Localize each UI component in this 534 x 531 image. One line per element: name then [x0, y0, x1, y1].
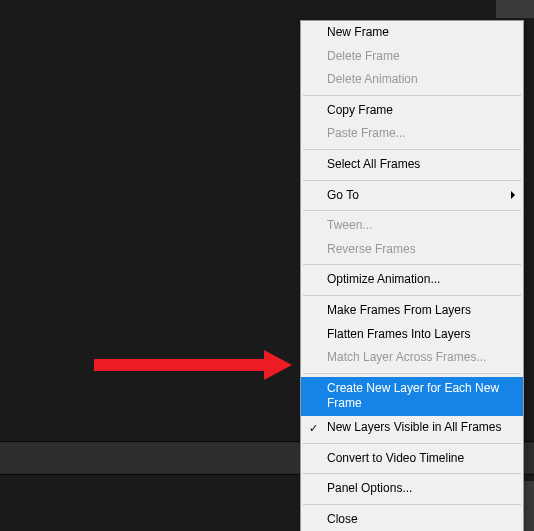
right-sidebar — [496, 0, 534, 18]
chevron-right-icon — [511, 191, 515, 199]
menu-item-new-frame[interactable]: New Frame — [301, 21, 523, 45]
menu-item-select-all-frames[interactable]: Select All Frames — [301, 153, 523, 177]
menu-separator — [303, 180, 521, 181]
menu-item-delete-animation: Delete Animation — [301, 68, 523, 92]
menu-item-convert-to-video-timeline[interactable]: Convert to Video Timeline — [301, 447, 523, 471]
menu-item-go-to[interactable]: Go To — [301, 184, 523, 208]
menu-item-flatten-frames-into-layers[interactable]: Flatten Frames Into Layers — [301, 323, 523, 347]
timeline-context-menu: New FrameDelete FrameDelete AnimationCop… — [300, 20, 524, 531]
menu-item-create-new-layer-for-each-new-frame[interactable]: Create New Layer for Each New Frame — [301, 377, 523, 416]
menu-item-panel-options[interactable]: Panel Options... — [301, 477, 523, 501]
menu-separator — [303, 95, 521, 96]
menu-separator — [303, 210, 521, 211]
menu-separator — [303, 149, 521, 150]
menu-item-delete-frame: Delete Frame — [301, 45, 523, 69]
workspace: New FrameDelete FrameDelete AnimationCop… — [0, 0, 534, 531]
menu-item-close[interactable]: Close — [301, 508, 523, 531]
checkmark-icon: ✓ — [309, 421, 318, 435]
menu-item-tween: Tween... — [301, 214, 523, 238]
menu-separator — [303, 443, 521, 444]
menu-separator — [303, 295, 521, 296]
menu-item-copy-frame[interactable]: Copy Frame — [301, 99, 523, 123]
menu-separator — [303, 473, 521, 474]
menu-item-paste-frame: Paste Frame... — [301, 122, 523, 146]
annotation-arrow — [94, 350, 294, 380]
menu-item-new-layers-visible-in-all-frames[interactable]: ✓New Layers Visible in All Frames — [301, 416, 523, 440]
menu-item-optimize-animation[interactable]: Optimize Animation... — [301, 268, 523, 292]
menu-separator — [303, 504, 521, 505]
menu-item-make-frames-from-layers[interactable]: Make Frames From Layers — [301, 299, 523, 323]
menu-separator — [303, 373, 521, 374]
menu-item-reverse-frames: Reverse Frames — [301, 238, 523, 262]
menu-separator — [303, 264, 521, 265]
menu-item-match-layer-across-frames: Match Layer Across Frames... — [301, 346, 523, 370]
